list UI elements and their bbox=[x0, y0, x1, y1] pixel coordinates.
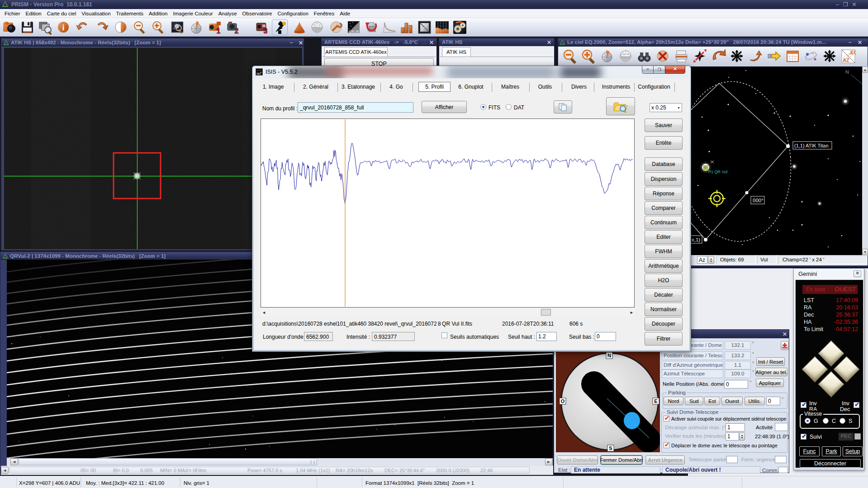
svg-text:000°: 000° bbox=[753, 198, 764, 203]
svg-text:AZ: AZ bbox=[843, 57, 849, 63]
svg-text:ISIS: ISIS bbox=[256, 72, 261, 75]
svg-text:S: S bbox=[609, 445, 612, 451]
svg-text:EQ: EQ bbox=[850, 50, 856, 55]
svg-text:2: 2 bbox=[235, 27, 239, 35]
svg-text:N: N bbox=[845, 69, 849, 75]
svg-text:O: O bbox=[561, 398, 565, 404]
svg-text:N: N bbox=[607, 353, 611, 358]
svg-text:E: E bbox=[654, 398, 657, 404]
svg-text:(1,1) ATIK Titan: (1,1) ATIK Titan bbox=[794, 143, 829, 148]
svg-text:P1 QR Vul: P1 QR Vul bbox=[708, 170, 727, 174]
svg-text:3: 3 bbox=[264, 27, 268, 35]
svg-text:1: 1 bbox=[217, 27, 221, 35]
svg-text:i: i bbox=[62, 23, 64, 32]
svg-text:CALIB: CALIB bbox=[348, 29, 359, 33]
svg-text:x,1): x,1) bbox=[692, 237, 700, 242]
